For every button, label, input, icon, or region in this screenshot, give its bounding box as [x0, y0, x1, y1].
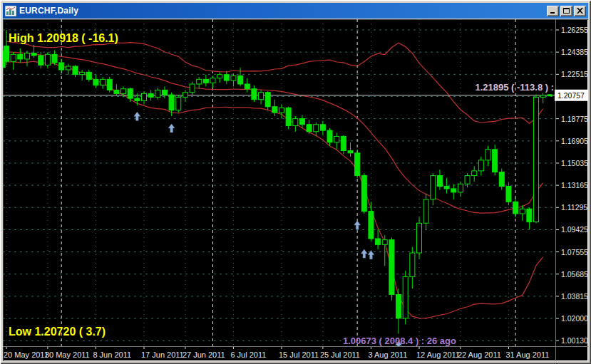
bull-candle: [423, 199, 428, 223]
window-titlebar[interactable]: EURCHF,Daily: [3, 3, 588, 19]
price-axis-label: 1.07555: [561, 248, 588, 256]
bear-candle: [389, 240, 394, 295]
bear-candle: [499, 172, 504, 187]
bull-candle: [458, 184, 463, 192]
bear-candle: [527, 209, 532, 222]
time-axis-label: 25 Jul 2011: [320, 350, 360, 359]
bull-candle: [410, 253, 415, 276]
bear-candle: [73, 66, 78, 75]
time-axis-label: 30 May 2011: [45, 350, 90, 359]
bull-candle: [142, 93, 147, 100]
bull-candle: [190, 84, 195, 93]
bear-candle: [4, 46, 9, 62]
bull-candle: [24, 53, 29, 59]
price-axis-label: 1.26255: [561, 26, 588, 34]
bear-candle: [444, 187, 449, 189]
bear-candle: [299, 118, 304, 124]
time-axis-label: 20 May 2011: [4, 350, 48, 359]
buy-arrow-icon: [168, 124, 175, 132]
close-button[interactable]: [574, 6, 586, 16]
price-axis-label: 1.00130: [561, 336, 588, 345]
price-axis-label: 1.11295: [561, 203, 587, 212]
current-price-value: 1.20757: [557, 91, 585, 100]
time-axis-label: 27 Jun 2011: [183, 350, 225, 359]
bear-candle: [135, 98, 140, 100]
bear-candle: [128, 89, 133, 98]
bull-candle: [45, 54, 50, 65]
bull-candle: [540, 95, 545, 98]
bear-candle: [86, 72, 91, 79]
bull-candle: [279, 108, 284, 113]
bear-candle: [265, 93, 270, 107]
bull-candle: [314, 125, 319, 132]
bear-candle: [286, 108, 291, 125]
time-axis-label: 15 Jul 2011: [279, 350, 319, 359]
bear-candle: [203, 79, 208, 83]
price-axis-label: 1.22515: [561, 70, 588, 78]
bull-candle: [417, 223, 422, 253]
time-axis-label: 8 Jun 2011: [93, 350, 131, 359]
bear-candle: [506, 187, 511, 202]
price-axis-label: 1.18775: [561, 115, 588, 123]
time-axis-label: 31 Aug 2011: [505, 350, 549, 359]
bear-candle: [162, 90, 167, 95]
bull-candle: [259, 93, 264, 100]
bear-candle: [396, 294, 401, 318]
bear-candle: [341, 136, 346, 150]
bull-candle: [121, 89, 126, 94]
bear-candle: [18, 54, 23, 59]
chart-area[interactable]: 1.262551.243851.225151.187751.169051.150…: [3, 19, 588, 361]
price-axis-label: 1.09425: [561, 225, 588, 234]
time-axis-label: 17 Jun 2011: [141, 350, 184, 359]
bear-candle: [245, 84, 250, 89]
bear-candle: [348, 150, 353, 152]
time-axis-label: 12 Aug 2011: [416, 350, 460, 359]
price-axis-label: 1.02000: [561, 314, 588, 323]
price-chart[interactable]: 1.262551.243851.225151.187751.169051.150…: [3, 19, 588, 361]
bear-candle: [31, 53, 36, 56]
bear-candle: [513, 202, 518, 214]
bear-candle: [327, 130, 332, 142]
price-axis-label: 1.24385: [561, 48, 588, 56]
bear-candle: [272, 107, 277, 113]
maximize-icon: [563, 8, 570, 14]
bull-candle: [197, 79, 202, 84]
bear-candle: [59, 63, 64, 70]
time-axis-label: 22 Aug 2011: [458, 350, 501, 359]
bear-candle: [169, 95, 174, 110]
maximize-button[interactable]: [560, 6, 572, 16]
bear-candle: [437, 176, 442, 187]
buy-arrow-icon: [396, 341, 402, 350]
price-axis-label: 1.15035: [561, 159, 588, 167]
bull-candle: [183, 93, 187, 98]
price-axis-label: 1.13165: [561, 181, 588, 189]
bull-candle: [472, 171, 477, 176]
bull-candle: [403, 276, 408, 318]
bear-candle: [369, 212, 374, 239]
bear-candle: [238, 76, 243, 84]
bull-candle: [520, 209, 525, 214]
bull-candle: [465, 176, 470, 184]
bear-candle: [451, 189, 456, 192]
bull-candle: [155, 90, 160, 97]
time-axis-label: 3 Aug 2011: [368, 350, 407, 359]
bull-candle: [382, 240, 387, 245]
bear-candle: [355, 153, 360, 176]
buy-arrow-icon: [134, 112, 140, 120]
bull-candle: [176, 97, 181, 110]
bear-candle: [114, 90, 119, 93]
bull-candle: [334, 136, 339, 142]
bear-candle: [38, 56, 43, 65]
chart-icon: [5, 6, 16, 16]
minimize-icon: [550, 8, 556, 14]
bull-candle: [80, 72, 85, 74]
bear-candle: [376, 239, 381, 244]
minimize-button[interactable]: [547, 6, 559, 16]
bear-candle: [252, 89, 257, 100]
buy-arrow-icon: [354, 221, 361, 229]
bull-candle: [293, 118, 298, 125]
bull-candle: [66, 66, 71, 70]
bear-candle: [320, 125, 325, 130]
bear-candle: [361, 176, 366, 212]
mt4-chart-window: EURCHF,Daily 1.262551.243851.225151.1877…: [0, 0, 591, 364]
